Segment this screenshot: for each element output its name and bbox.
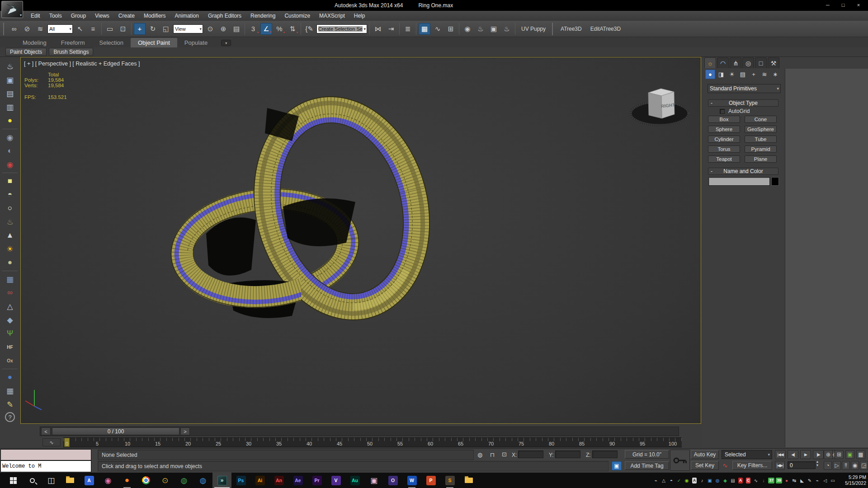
subtab-brush-settings[interactable]: Brush Settings <box>49 48 93 56</box>
helpers-icon[interactable]: + <box>749 70 759 79</box>
create-box-button[interactable]: Box <box>708 116 740 123</box>
select-and-rotate-icon[interactable]: ↻ <box>147 23 159 35</box>
isolate-selection-toggle[interactable]: ▣ <box>612 461 622 470</box>
time-slider-handle[interactable]: 0 / 100 <box>52 427 179 435</box>
picpick-app[interactable]: A <box>80 473 99 488</box>
menu-edit[interactable]: Edit <box>26 11 45 21</box>
window-crossing-icon[interactable]: ⊡ <box>117 23 129 35</box>
curve-editor-icon[interactable]: ∿ <box>432 23 443 35</box>
key-mode-dropdown[interactable]: Selected▾ <box>722 450 772 459</box>
illustrator-app[interactable]: Ai <box>250 473 269 488</box>
create-pyramid-button[interactable]: Pyramid <box>745 145 777 153</box>
tab-modify[interactable]: ◠ <box>717 57 729 68</box>
onedrive-icon[interactable]: ◓ <box>668 473 675 488</box>
z-coordinate-field[interactable] <box>592 450 618 458</box>
perspective-viewport[interactable]: RIGHT [ + ] [ Perspective ] [ Realistic … <box>20 57 701 424</box>
sphere-material-icon[interactable]: ● <box>3 257 17 268</box>
create-teapot-button[interactable]: Teapot <box>708 155 740 163</box>
reference-coordinate-system-dropdown[interactable]: View▾ <box>173 24 203 33</box>
select-and-link-icon[interactable]: ∞ <box>8 23 20 35</box>
network-tray-icon[interactable]: ⌁ <box>814 473 821 488</box>
default-tangent-icon[interactable]: ∿ <box>722 462 728 469</box>
health-icon[interactable]: ◆ <box>722 473 729 488</box>
uv-puppy-button[interactable]: UV Puppy <box>518 26 549 32</box>
key-filters-button[interactable]: Key Filters... <box>732 461 772 470</box>
schematic-view-icon[interactable]: ⊞ <box>445 23 457 35</box>
layer-manager-icon[interactable]: ≣ <box>402 23 414 35</box>
add-time-tag[interactable]: Add Time Tag <box>625 461 669 470</box>
3ds-max-app[interactable]: » <box>212 473 231 488</box>
absolute-offset-mode-icon[interactable]: ⊡ <box>502 451 507 458</box>
create-plane-button[interactable]: Plane <box>745 155 777 163</box>
x-coordinate-field[interactable] <box>518 450 543 458</box>
object-color-swatch[interactable] <box>771 177 779 186</box>
speaker-icon[interactable]: ◁ <box>821 473 829 488</box>
close-button[interactable]: × <box>851 0 866 10</box>
maxsc ript-listener-output[interactable]: Welcome to M <box>0 460 91 472</box>
maxscript-listener-input[interactable] <box>0 449 91 460</box>
tab-display[interactable]: □ <box>755 57 767 68</box>
hotspot-icon[interactable]: ⌁ <box>652 473 660 488</box>
menu-graph-editors[interactable]: Graph Editors <box>203 11 246 21</box>
wireframe-teapot-icon[interactable]: ♨ <box>3 216 17 228</box>
tab-utilities[interactable]: ⚒ <box>768 57 779 68</box>
nvidia-icon[interactable]: ◉ <box>683 473 690 488</box>
menu-create[interactable]: Create <box>114 11 139 21</box>
light-lister-icon[interactable]: ● <box>3 115 17 127</box>
angle-snap-toggle-icon[interactable]: ∠• <box>260 23 272 35</box>
menu-maxscript[interactable]: MAXScript <box>315 11 349 21</box>
set-keys-button[interactable] <box>670 450 690 471</box>
chrome-app[interactable] <box>137 473 156 488</box>
tab-motion[interactable]: ◎ <box>742 57 754 68</box>
ribbon-tab-freeform[interactable]: Freeform <box>54 38 92 47</box>
object-name-field[interactable] <box>708 177 770 186</box>
person-tray-icon[interactable]: ● <box>783 473 790 488</box>
tab-create[interactable]: ☼ <box>704 57 716 68</box>
lock-icon[interactable]: ⊓ <box>490 451 495 458</box>
keyboard-shortcut-override-icon[interactable]: ▤ <box>231 23 242 35</box>
menu-modifiers[interactable]: Modifiers <box>139 11 170 21</box>
toolbar-grip[interactable] <box>3 23 5 35</box>
edit-atree3d-button[interactable]: EditATree3D <box>587 26 624 32</box>
unlink-selection-icon[interactable]: ⊘ <box>21 23 33 35</box>
krita-app[interactable]: ◉ <box>99 473 118 488</box>
set-key-button[interactable]: Set Key <box>691 461 719 470</box>
object-array-icon[interactable]: ▦ <box>3 273 17 285</box>
grid-panel-icon[interactable]: ▦ <box>3 385 17 397</box>
shapes-icon[interactable]: ◨ <box>716 70 726 79</box>
application-menu-button[interactable]: ▾ <box>1 1 23 18</box>
render-presets-icon[interactable]: ▥ <box>3 101 17 113</box>
time-slider-track[interactable]: < 0 / 100 > <box>40 427 679 436</box>
sunlight-icon[interactable]: ☀ <box>3 243 17 255</box>
zoom-region-icon[interactable]: ◔ <box>824 461 832 470</box>
photoshop-app[interactable]: Ps <box>231 473 250 488</box>
create-cylinder-button[interactable]: Cylinder <box>708 136 740 143</box>
task-view-button[interactable]: ◫ <box>42 473 61 488</box>
display-tray-icon[interactable]: ▤ <box>729 473 736 488</box>
ribbon-tab-modeling[interactable]: Modeling <box>15 38 54 47</box>
camera-tracker-icon[interactable]: ◉ <box>3 159 17 170</box>
play-button[interactable]: ▶ <box>800 450 811 459</box>
track-bar[interactable]: 0510152025303540455055606570758085909510… <box>63 437 682 447</box>
grass-object-icon[interactable]: Ψ <box>3 328 17 339</box>
edit-named-selection-sets-icon[interactable]: {✎ <box>303 23 315 35</box>
kvm-icon[interactable]: ▣ <box>706 473 713 488</box>
ribbon-tab-object-paint[interactable]: Object Paint <box>131 38 177 47</box>
align-icon[interactable]: ⇥ <box>385 23 397 35</box>
word-app[interactable]: W <box>402 473 421 488</box>
pen-tray-icon[interactable]: ✎ <box>806 473 813 488</box>
snaps-toggle-icon[interactable]: 3• <box>247 23 259 35</box>
zoom-all-icon[interactable]: ⊞ <box>835 450 844 459</box>
create-torus-button[interactable]: Torus <box>708 145 740 153</box>
category-dropdown[interactable]: Standard Primitives▾ <box>708 84 781 93</box>
create-tube-button[interactable]: Tube <box>745 136 777 143</box>
select-and-scale-icon[interactable]: ◱ <box>160 23 172 35</box>
acrobat-tray-icon[interactable]: A <box>737 473 744 488</box>
tab-hierarchy[interactable]: ⋔ <box>730 57 741 68</box>
action-center-icon[interactable]: ▭ <box>829 473 836 488</box>
sublime-app[interactable]: S <box>440 473 459 488</box>
ribbon-tab-selection[interactable]: Selection <box>92 38 131 47</box>
geometry-icon[interactable]: ● <box>705 70 715 79</box>
graphite-ribbon-toggle-icon[interactable]: ▦ <box>419 23 430 35</box>
audition-app[interactable]: Au <box>345 473 364 488</box>
